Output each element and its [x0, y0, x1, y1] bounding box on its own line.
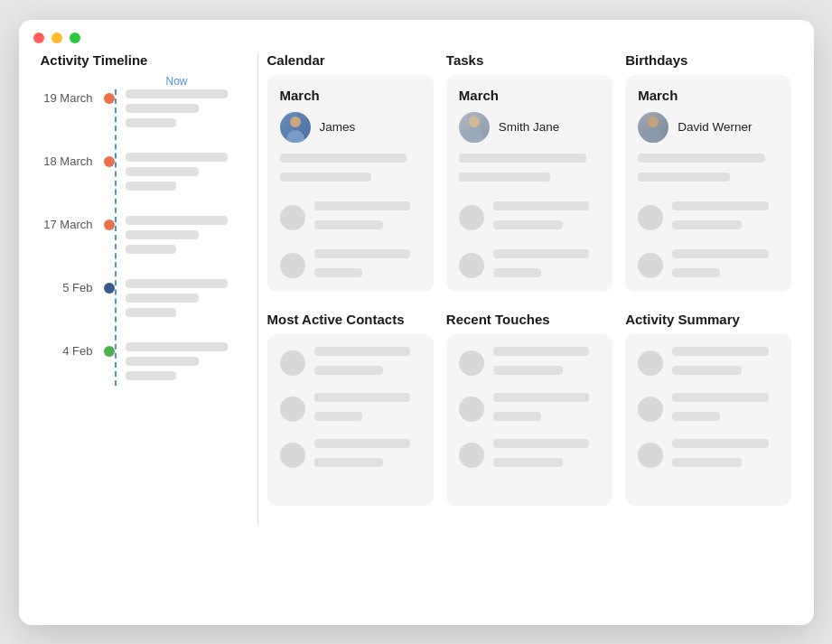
skeleton-circle [459, 397, 484, 422]
timeline-card [126, 279, 239, 322]
skeleton [280, 154, 407, 163]
most-active-section: Most Active Contacts [267, 312, 434, 506]
skeleton [314, 220, 384, 229]
skeleton-row [459, 249, 600, 283]
timeline-dot [104, 156, 115, 167]
skeleton [126, 245, 177, 254]
skeleton-row [459, 393, 600, 426]
maximize-button[interactable] [70, 33, 80, 43]
skeleton-row [280, 439, 421, 472]
timeline-card [126, 153, 239, 196]
skeleton-lines [314, 439, 421, 472]
birthdays-month: March [638, 88, 779, 103]
skeleton-lines [314, 347, 421, 380]
timeline-dot [104, 283, 115, 294]
recent-touches-card [446, 334, 612, 506]
skeleton [314, 412, 362, 421]
skeleton [126, 294, 200, 303]
skeleton-lines [314, 249, 421, 283]
calendar-title: Calendar [267, 52, 434, 68]
skeleton [314, 439, 410, 448]
close-button[interactable] [33, 33, 44, 43]
skeleton-group [459, 154, 600, 187]
skeleton [672, 201, 768, 210]
tasks-title: Tasks [446, 52, 612, 68]
skeleton-circle [638, 350, 663, 376]
skeleton-row [638, 439, 779, 472]
skeleton-circle [459, 350, 484, 376]
skeleton [126, 89, 228, 98]
skeleton-row [638, 347, 779, 380]
timeline-card [126, 89, 239, 133]
timeline-item: 17 March [41, 216, 239, 259]
skeleton [126, 167, 200, 176]
skeleton [126, 279, 228, 288]
skeleton-circle [280, 205, 305, 230]
skeleton [314, 458, 384, 467]
skeleton [672, 249, 768, 258]
tasks-section: Tasks March Smith Jane [446, 52, 612, 292]
skeleton-lines [314, 201, 421, 235]
skeleton-lines [314, 393, 421, 426]
skeleton [672, 347, 768, 356]
skeleton [493, 268, 541, 277]
timeline-item: 18 March [41, 153, 239, 196]
skeleton-lines [672, 393, 779, 426]
skeleton [459, 173, 551, 182]
skeleton-row [638, 201, 779, 235]
skeleton [672, 458, 742, 467]
skeleton [672, 439, 768, 448]
skeleton-lines [672, 201, 779, 235]
timeline: 19 March 18 March [41, 89, 239, 386]
calendar-skeletons [280, 154, 421, 283]
minimize-button[interactable] [51, 33, 62, 43]
calendar-person: James [280, 112, 421, 143]
skeleton-row [638, 393, 779, 426]
calendar-section: Calendar March James [267, 52, 434, 292]
timeline-item: 4 Feb [41, 342, 239, 386]
skeleton-lines [672, 439, 779, 472]
timeline-date: 17 March [41, 216, 104, 231]
skeleton-row [280, 347, 421, 380]
skeleton [314, 249, 410, 258]
timeline-item: 5 Feb [41, 279, 239, 322]
birthdays-title: Birthdays [625, 52, 791, 68]
skeleton-circle [280, 253, 305, 278]
skeleton [493, 347, 589, 356]
skeleton [126, 104, 200, 113]
birthdays-section: Birthdays March David Werner [625, 52, 791, 292]
timeline-dot [104, 93, 115, 104]
timeline-panel: Activity Timeline Now 19 March 18 March [41, 52, 257, 526]
skeleton-circle [638, 205, 663, 230]
right-panel: Calendar March James [257, 52, 792, 526]
skeleton [493, 366, 563, 375]
tasks-person-name: Smith Jane [499, 120, 560, 134]
skeleton [126, 182, 177, 191]
skeleton-lines [493, 249, 600, 283]
skeleton [493, 249, 589, 258]
activity-summary-title: Activity Summary [625, 312, 791, 327]
birthdays-person: David Werner [638, 112, 779, 143]
timeline-item: 19 March [41, 89, 239, 133]
activity-summary-section: Activity Summary [625, 312, 791, 506]
timeline-date: 4 Feb [41, 342, 104, 358]
skeleton [493, 201, 589, 210]
skeleton-circle [459, 443, 484, 468]
skeleton-circle [459, 205, 484, 230]
skeleton [126, 342, 228, 351]
skeleton-row [459, 201, 600, 235]
skeleton [314, 393, 410, 402]
tasks-card: March Smith Jane [446, 75, 612, 292]
skeleton-group [638, 154, 779, 187]
avatar [459, 112, 490, 143]
timeline-date: 5 Feb [41, 279, 104, 294]
bottom-columns-row: Most Active Contacts [267, 312, 792, 506]
skeleton [126, 216, 228, 225]
skeleton-row [280, 201, 421, 235]
skeleton-row [280, 249, 421, 283]
skeleton [672, 220, 742, 229]
skeleton [672, 412, 720, 421]
skeleton-circle [280, 397, 305, 422]
skeleton-row [638, 249, 779, 283]
skeleton-circle [459, 253, 484, 278]
